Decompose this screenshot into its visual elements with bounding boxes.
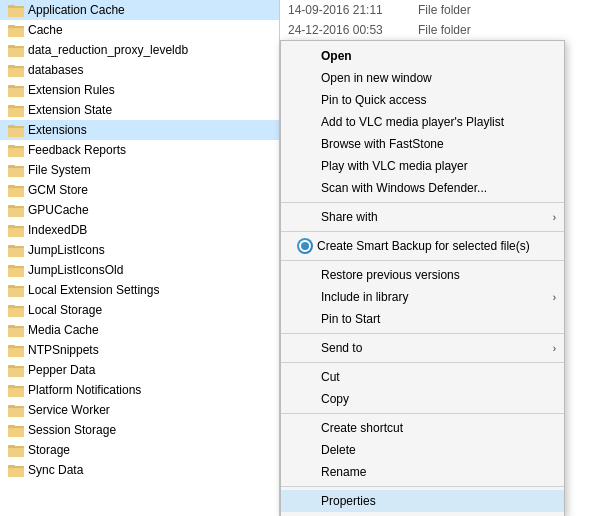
svg-rect-70 [8, 468, 24, 477]
menu-item[interactable]: Play with VLC media player [281, 155, 564, 177]
file-item-label: data_reduction_proxy_leveldb [28, 43, 188, 57]
file-item[interactable]: Media Cache [0, 320, 279, 340]
svg-rect-56 [8, 365, 15, 368]
file-list: Application Cache Cache data_reduction_p… [0, 0, 279, 480]
file-item[interactable]: Pepper Data [0, 360, 279, 380]
svg-rect-31 [8, 208, 24, 217]
menu-separator [281, 486, 564, 487]
svg-rect-71 [8, 465, 15, 468]
menu-separator [281, 231, 564, 232]
menu-item-label: Rename [321, 465, 366, 479]
svg-rect-59 [8, 385, 15, 388]
date-1: 14-09-2016 21:11 [288, 3, 418, 17]
file-item[interactable]: NTPSnippets [0, 340, 279, 360]
file-item[interactable]: GCM Store [0, 180, 279, 200]
file-item[interactable]: Storage [0, 440, 279, 460]
file-item[interactable]: Local Storage [0, 300, 279, 320]
file-item[interactable]: data_reduction_proxy_leveldb [0, 40, 279, 60]
svg-rect-5 [8, 25, 15, 28]
menu-item[interactable]: Scan with Windows Defender... [281, 177, 564, 199]
menu-item-label: Delete [321, 443, 356, 457]
menu-item-label: Copy [321, 392, 349, 406]
folder-icon [8, 223, 24, 237]
svg-rect-37 [8, 248, 24, 257]
file-item[interactable]: Platform Notifications [0, 380, 279, 400]
folder-icon [8, 443, 24, 457]
folder-icon [8, 383, 24, 397]
menu-item-icon-spacer [297, 114, 317, 130]
file-item-label: databases [28, 63, 83, 77]
menu-item[interactable]: Open in new window [281, 67, 564, 89]
file-item-label: GPUCache [28, 203, 89, 217]
folder-icon [8, 83, 24, 97]
svg-rect-47 [8, 305, 15, 308]
menu-item-label: Include in library [321, 290, 408, 304]
file-item[interactable]: databases [0, 60, 279, 80]
folder-icon [8, 363, 24, 377]
file-item[interactable]: File System [0, 160, 279, 180]
svg-rect-13 [8, 88, 24, 97]
file-item[interactable]: Sync Data [0, 460, 279, 480]
file-item-label: Service Worker [28, 403, 110, 417]
menu-item-icon-spacer [297, 180, 317, 196]
menu-item[interactable]: Pin to Start [281, 308, 564, 330]
date-2: 24-12-2016 00:53 [288, 23, 418, 37]
menu-item[interactable]: Add to VLC media player's Playlist [281, 111, 564, 133]
menu-item-label: Browse with FastStone [321, 137, 444, 151]
svg-rect-38 [8, 245, 15, 248]
menu-separator [281, 413, 564, 414]
svg-rect-22 [8, 148, 24, 157]
menu-item-label: Cut [321, 370, 340, 384]
file-item-label: Storage [28, 443, 70, 457]
file-item[interactable]: JumpListIconsOld [0, 260, 279, 280]
file-item-label: IndexedDB [28, 223, 87, 237]
menu-item-label: Open [321, 49, 352, 63]
submenu-arrow-icon: › [553, 292, 556, 303]
menu-item[interactable]: Properties [281, 490, 564, 512]
file-item[interactable]: Session Storage [0, 420, 279, 440]
menu-item[interactable]: Share with› [281, 206, 564, 228]
file-item[interactable]: GPUCache [0, 200, 279, 220]
menu-item-label: Create shortcut [321, 421, 403, 435]
menu-item[interactable]: Create Smart Backup for selected file(s) [281, 235, 564, 257]
folder-icon [8, 103, 24, 117]
menu-item-label: Add to VLC media player's Playlist [321, 115, 504, 129]
menu-item-icon-spacer [297, 48, 317, 64]
svg-rect-35 [8, 225, 15, 228]
menu-item[interactable]: Delete [281, 439, 564, 461]
menu-item[interactable]: Open [281, 45, 564, 67]
file-item[interactable]: Extension State [0, 100, 279, 120]
menu-item[interactable]: Rename [281, 461, 564, 483]
file-item[interactable]: Application Cache [0, 0, 279, 20]
menu-item[interactable]: Include in library› [281, 286, 564, 308]
menu-item-label: Play with VLC media player [321, 159, 468, 173]
file-item-label: Local Extension Settings [28, 283, 159, 297]
menu-item[interactable]: Create shortcut [281, 417, 564, 439]
file-item-label: JumpListIconsOld [28, 263, 123, 277]
menu-item-icon-spacer [297, 267, 317, 283]
folder-icon [8, 183, 24, 197]
menu-item[interactable]: Cut [281, 366, 564, 388]
file-item[interactable]: JumpListIcons [0, 240, 279, 260]
type-2: File folder [418, 23, 471, 37]
file-item[interactable]: Local Extension Settings [0, 280, 279, 300]
svg-rect-7 [8, 48, 24, 57]
menu-separator [281, 202, 564, 203]
context-menu: OpenOpen in new windowPin to Quick acces… [280, 40, 565, 516]
menu-item[interactable]: Copy [281, 388, 564, 410]
file-item[interactable]: Extensions [0, 120, 279, 140]
file-item[interactable]: Feedback Reports [0, 140, 279, 160]
menu-item[interactable]: Pin to Quick access [281, 89, 564, 111]
menu-item[interactable]: Restore previous versions [281, 264, 564, 286]
file-item[interactable]: Service Worker [0, 400, 279, 420]
menu-item-icon-spacer [297, 493, 317, 509]
menu-item[interactable]: Send to› [281, 337, 564, 359]
file-item[interactable]: IndexedDB [0, 220, 279, 240]
svg-rect-16 [8, 108, 24, 117]
svg-rect-1 [8, 8, 24, 17]
menu-item[interactable]: Browse with FastStone [281, 133, 564, 155]
svg-rect-32 [8, 205, 15, 208]
file-item[interactable]: Extension Rules [0, 80, 279, 100]
svg-rect-10 [8, 68, 24, 77]
file-item[interactable]: Cache [0, 20, 279, 40]
